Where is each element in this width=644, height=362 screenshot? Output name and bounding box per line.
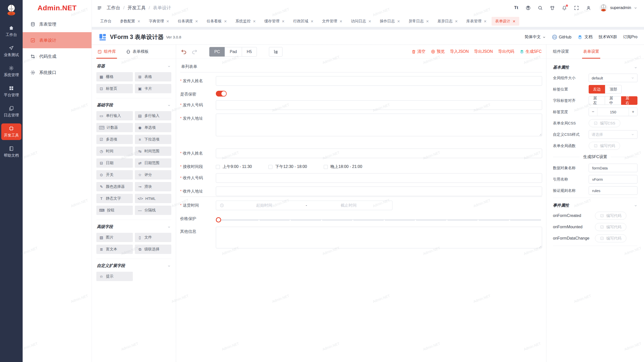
widget-分隔线[interactable]: —分隔线 [135, 206, 171, 215]
tab-参数配置[interactable]: 参数配置✕ [116, 17, 144, 26]
sidebar-item-代码生成[interactable]: 代码生成 [23, 48, 92, 64]
header-link-订阅Pro[interactable]: 订阅Pro [623, 34, 637, 40]
widget-时间[interactable]: ◷时间 [96, 147, 133, 156]
textarea-input[interactable] [216, 114, 542, 136]
widget-多选项[interactable]: ☑多选项 [96, 135, 133, 144]
widget-图片[interactable]: ▧图片 [96, 233, 133, 242]
checkbox[interactable] [216, 165, 220, 169]
widget-下拉选项[interactable]: ≡下拉选项 [135, 135, 171, 144]
app-logo-mascot[interactable] [5, 3, 18, 16]
form-field-其他信息[interactable]: 其他信息 [180, 227, 542, 248]
redo-icon[interactable] [191, 49, 198, 55]
toggle-switch[interactable] [216, 91, 227, 97]
widget-标签页[interactable]: ⊡标签页 [96, 84, 133, 93]
close-icon[interactable]: ✕ [224, 20, 227, 23]
breadcrumb-item[interactable]: 工作台 [107, 5, 120, 11]
close-icon[interactable]: ✕ [426, 20, 429, 23]
fullscreen-icon[interactable] [574, 5, 579, 11]
header-link-GitHub[interactable]: GitHub [552, 34, 572, 40]
header-link-文档[interactable]: 文档 [577, 34, 592, 40]
form-field-收件人号码[interactable]: *收件人号码 [180, 173, 542, 183]
widget-单行输入[interactable]: ▭单行输入 [96, 111, 133, 120]
tab-操作日志[interactable]: 操作日志✕ [376, 17, 404, 26]
segment-左边[interactable]: 左边 [589, 85, 605, 94]
form-field-发件人姓名[interactable]: *发件人姓名 [180, 76, 542, 86]
palette-section-header[interactable]: 高级字段 [96, 220, 171, 233]
rail-item-工作台[interactable]: 工作台 [1, 23, 21, 39]
rail-item-业务测试[interactable]: 业务测试 [1, 43, 21, 60]
segment-顶部[interactable]: 顶部 [605, 85, 622, 94]
close-icon[interactable]: ✕ [282, 20, 285, 23]
sidebar-item-表单设计[interactable]: 表单设计 [23, 32, 92, 48]
tab-库表管理[interactable]: 库表管理✕ [463, 17, 491, 26]
widget-时间范围[interactable]: ⇆时间范围 [135, 147, 171, 156]
tab-行政区域[interactable]: 行政区域✕ [289, 17, 317, 26]
close-icon[interactable]: ✕ [310, 20, 313, 23]
widget-文件[interactable]: ▯文件 [135, 233, 171, 242]
input-引用名称[interactable]: vForm [589, 175, 637, 184]
widget-富文本[interactable]: ≣富文本 [96, 245, 133, 254]
edit-code-button[interactable]: 编写代码 [595, 223, 626, 231]
palette-section-header[interactable]: 容器 [96, 59, 171, 72]
close-icon[interactable]: ✕ [137, 20, 140, 23]
tab-异常日志[interactable]: 异常日志✕ [405, 17, 433, 26]
action-清空[interactable]: 清空 [411, 49, 425, 54]
theme-icon[interactable] [550, 5, 555, 11]
widget-栅格[interactable]: ▦栅格 [96, 72, 133, 81]
segment-居中[interactable]: 居中 [605, 96, 621, 105]
stepper-decrease-button[interactable]: − [589, 108, 597, 116]
close-icon[interactable]: ✕ [339, 20, 342, 23]
input-验证规则名称[interactable]: rules [589, 186, 637, 195]
button-编写代码[interactable]: 编写代码 [589, 142, 620, 150]
checkbox-option[interactable]: 下午12:30 - 18:00 [268, 164, 307, 169]
segment-居右[interactable]: 居右 [621, 96, 637, 105]
form-canvas[interactable]: 单列表单*发件人姓名是否保密*发件人号码*发件人地址*收件人姓名*接收时间段上午… [176, 59, 546, 362]
tab-文件管理[interactable]: 文件管理✕ [318, 17, 346, 26]
notifications-icon[interactable] [562, 5, 567, 11]
sidebar-item-库表管理[interactable]: 库表管理 [23, 16, 92, 32]
close-icon[interactable]: ✕ [455, 20, 458, 23]
palette-section-header[interactable]: 基础字段 [96, 98, 171, 111]
settings-tab-表单设置[interactable]: 表单设置 [583, 45, 599, 59]
checkbox[interactable] [268, 165, 272, 169]
edit-code-button[interactable]: 编写代码 [595, 234, 626, 242]
palette-section-header[interactable]: 自定义扩展字段 [96, 259, 171, 272]
panel-tab-表单模板[interactable]: 表单模板 [126, 45, 149, 59]
resize-grip[interactable] [539, 133, 541, 135]
tab-差异日志[interactable]: 差异日志✕ [434, 17, 462, 26]
time-range-picker[interactable]: 起始时间-截止时间 [216, 201, 392, 210]
divider-widget[interactable] [180, 72, 542, 72]
action-导出JSON[interactable]: 导出JSON [474, 49, 493, 54]
device-PC[interactable]: PC [209, 47, 225, 57]
checkbox-option[interactable]: 晚上18:00 - 21:00 [324, 164, 362, 169]
checkbox-option[interactable]: 上午9:00 - 11:30 [216, 164, 252, 169]
input-数据对象名称[interactable]: formData [589, 164, 637, 172]
form-field-送货时间[interactable]: *送货时间起始时间-截止时间 [180, 201, 542, 210]
edit-code-button[interactable]: 编写代码 [595, 212, 626, 220]
close-icon[interactable]: ✕ [484, 20, 487, 23]
form-field-发件人地址[interactable]: *发件人地址 [180, 114, 542, 136]
select-全局组件大小[interactable]: default [589, 74, 637, 82]
hamburger-menu-icon[interactable] [97, 5, 102, 11]
breadcrumb-item[interactable]: 开发工具 [128, 5, 146, 11]
user-menu[interactable]: superadmin [599, 4, 637, 12]
slider-handle[interactable] [216, 217, 221, 222]
checkbox[interactable] [324, 165, 328, 169]
text-input[interactable] [216, 187, 542, 196]
action-导入JSON[interactable]: 导入JSON [450, 49, 469, 54]
close-icon[interactable]: ✕ [166, 20, 169, 23]
stepper-increase-button[interactable]: + [629, 108, 637, 116]
widget-按钮[interactable]: ⌨按钮 [96, 206, 133, 215]
action-生成SFC[interactable]: 生成SFC [519, 49, 542, 54]
widget-多行输入[interactable]: ▤多行输入 [135, 111, 171, 120]
tab-工作台[interactable]: 工作台 [96, 17, 115, 26]
rail-item-帮助文档[interactable]: 帮助文档 [1, 144, 21, 160]
textarea-input[interactable] [216, 227, 542, 248]
rail-item-日志管理[interactable]: 日志管理 [1, 103, 21, 120]
header-link-技术WX群[interactable]: 技术WX群 [598, 34, 617, 40]
rail-item-平台管理[interactable]: 平台管理 [1, 83, 21, 100]
widget-颜色选择器[interactable]: ✎颜色选择器 [96, 182, 133, 191]
widget-级联选择[interactable]: ⧉级联选择 [135, 245, 171, 254]
language-select[interactable]: 简体中文 [525, 34, 546, 40]
profile-icon[interactable] [586, 5, 591, 11]
